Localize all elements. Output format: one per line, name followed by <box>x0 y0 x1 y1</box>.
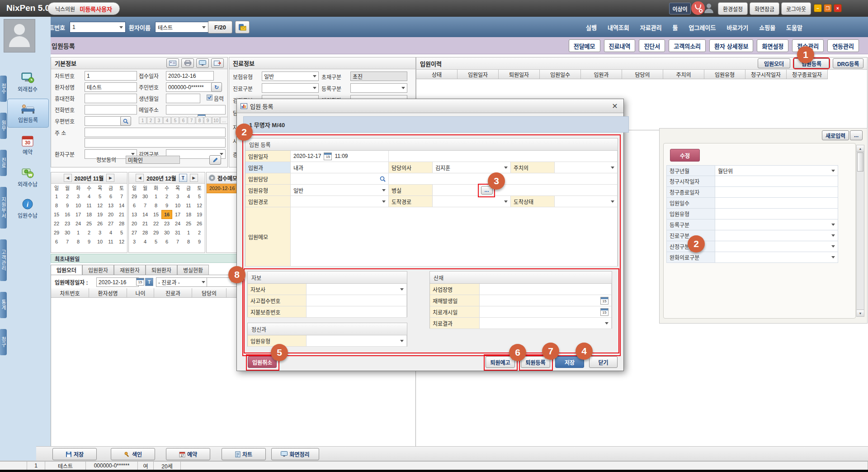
arrive-route-select[interactable] <box>433 196 511 207</box>
restore-icon[interactable]: ❒ <box>824 4 832 12</box>
scroll-down-icon[interactable]: ▼ <box>857 310 864 316</box>
sms-icon[interactable] <box>235 21 250 33</box>
doctor-select[interactable]: 김지훈 <box>433 162 511 173</box>
close-icon[interactable]: × <box>834 4 842 12</box>
scrollbar[interactable]: ▲ ▼ <box>856 145 864 317</box>
calendar-day[interactable]: 6 <box>51 237 62 246</box>
calendar-day[interactable]: 8 <box>51 201 62 210</box>
edit-button[interactable]: 수정 <box>670 149 700 162</box>
digit-button[interactable]: 1 <box>139 117 146 124</box>
calendar-day[interactable]: 4 <box>105 228 116 237</box>
digit-button[interactable]: 8 <box>196 117 203 124</box>
digit-button[interactable]: 4 <box>163 117 171 124</box>
calendar-day[interactable]: 8 <box>151 201 161 210</box>
patient-name-input[interactable]: 테스트 <box>85 82 137 92</box>
calendar-day[interactable]: 23 <box>62 219 73 228</box>
column-header[interactable]: 주치의 <box>663 70 704 79</box>
sidebar-item-admission-payment[interactable]: i 입원수납 <box>7 195 48 222</box>
calendar-day[interactable]: 4 <box>84 192 94 201</box>
sidebar-tab[interactable]: 고객관리 <box>0 239 7 281</box>
calendar-prev-icon[interactable]: ◀ <box>64 174 72 182</box>
column-header[interactable]: 상태 <box>416 70 458 79</box>
calendar-day[interactable]: 20 <box>129 219 140 228</box>
calendar-day[interactable]: 2 <box>161 192 172 201</box>
room-field[interactable] <box>433 185 480 196</box>
column-header[interactable]: 입원일수 <box>540 70 581 79</box>
guarantee-no-input[interactable] <box>307 306 407 318</box>
calendar-day[interactable]: 26 <box>94 219 105 228</box>
calendar-day[interactable]: 30 <box>62 228 73 237</box>
logout-button[interactable]: 로그아웃 <box>781 2 811 15</box>
calendar-day[interactable]: 10 <box>94 237 105 246</box>
calendar-day[interactable]: 5 <box>116 228 127 237</box>
adm-dept-field[interactable]: 내과 <box>291 162 389 173</box>
calendar-prev-icon[interactable]: ◀ <box>136 174 144 182</box>
calendar-day[interactable]: 5 <box>151 237 161 246</box>
calendar-day[interactable]: 15 <box>51 210 62 219</box>
claim-field-value[interactable] <box>715 230 838 241</box>
calendar-day[interactable]: 16 <box>62 210 73 219</box>
calendar-day[interactable]: 29 <box>51 228 62 237</box>
sidebar-item-outpatient-reception[interactable]: 외래접수 <box>7 69 48 96</box>
user-gear-icon[interactable] <box>703 3 715 14</box>
calendar-icon[interactable] <box>136 278 144 286</box>
screen-lock-button[interactable]: 화면잠금 <box>750 2 779 15</box>
screen-clean-button[interactable]: 화면정리 <box>271 448 319 460</box>
calendar-day[interactable]: 7 <box>116 192 127 201</box>
digit-button[interactable]: 5 <box>171 117 179 124</box>
claim-field-value[interactable] <box>715 187 838 198</box>
column-header[interactable]: 입원유형 <box>704 70 745 79</box>
calendar-day[interactable]: 2 <box>84 228 94 237</box>
digit-button[interactable]: 2 <box>147 117 155 124</box>
calendar-day[interactable]: 17 <box>73 210 84 219</box>
admission-order-button[interactable]: 입원오더 <box>758 58 790 68</box>
drg-register-button[interactable]: DRG등록 <box>833 58 863 68</box>
calendar-day[interactable]: 29 <box>129 192 140 201</box>
calendar-day[interactable]: 19 <box>194 210 205 219</box>
calendar-day[interactable]: 5 <box>194 192 205 201</box>
dept-filter-select[interactable]: - 진료과 - <box>156 277 208 287</box>
admission-tab[interactable]: 입원환자 <box>82 265 114 275</box>
calendar-icon[interactable] <box>324 153 332 160</box>
calendar-day[interactable]: 8 <box>73 237 84 246</box>
calendar-day[interactable]: 19 <box>94 210 105 219</box>
chart-no-select[interactable]: 1 <box>70 22 126 33</box>
digit-button[interactable]: 6 <box>179 117 187 124</box>
calendar-day[interactable]: 21 <box>116 210 127 219</box>
treat-start-input[interactable] <box>480 306 612 318</box>
calendar-day[interactable]: 7 <box>62 237 73 246</box>
scroll-up-icon[interactable]: ▲ <box>857 145 864 152</box>
calendar-day[interactable]: 6 <box>105 192 116 201</box>
sidebar-tab[interactable]: 지원부서 <box>0 187 7 229</box>
calendar-day[interactable]: 24 <box>172 219 183 228</box>
calendar-day[interactable]: 30 <box>140 192 151 201</box>
calendar-day[interactable]: 27 <box>129 228 140 237</box>
toolbar-button[interactable]: 고객의소리 <box>669 39 706 52</box>
column-header[interactable]: 청구종료일자 <box>787 70 828 79</box>
menu-item[interactable]: 도움말 <box>786 23 802 32</box>
calendar-day[interactable]: 16 <box>161 210 172 219</box>
column-header[interactable]: 입원과 <box>581 70 622 79</box>
claim-field-value[interactable] <box>715 209 838 219</box>
calendar-day[interactable]: 3 <box>129 237 140 246</box>
calendar-day[interactable]: 3 <box>172 192 183 201</box>
staff-field[interactable] <box>291 173 389 185</box>
toolbar-button[interactable]: 진단서 <box>639 39 665 52</box>
calendar-day[interactable]: 28 <box>116 219 127 228</box>
digit-button[interactable]: 9 <box>204 117 212 124</box>
minimize-icon[interactable]: – <box>814 4 822 12</box>
calendar-day[interactable]: 13 <box>129 210 140 219</box>
monitor-icon[interactable] <box>196 58 209 68</box>
sidebar-item-reservation[interactable]: 30 예약 <box>7 132 48 159</box>
calendar-day[interactable]: 1 <box>183 228 194 237</box>
adm-route-select[interactable] <box>291 196 389 207</box>
digit-button[interactable]: ... <box>220 117 228 124</box>
calendar-day[interactable]: 14 <box>140 210 151 219</box>
calendar-icon[interactable] <box>600 308 609 316</box>
calendar-day[interactable]: 30 <box>161 228 172 237</box>
calendar-day[interactable]: 10 <box>73 201 84 210</box>
calendar-day[interactable]: 3 <box>73 192 84 201</box>
printer-icon[interactable] <box>181 58 194 68</box>
calendar-day[interactable]: 9 <box>62 201 73 210</box>
menu-item[interactable]: 내역조회 <box>608 23 629 32</box>
